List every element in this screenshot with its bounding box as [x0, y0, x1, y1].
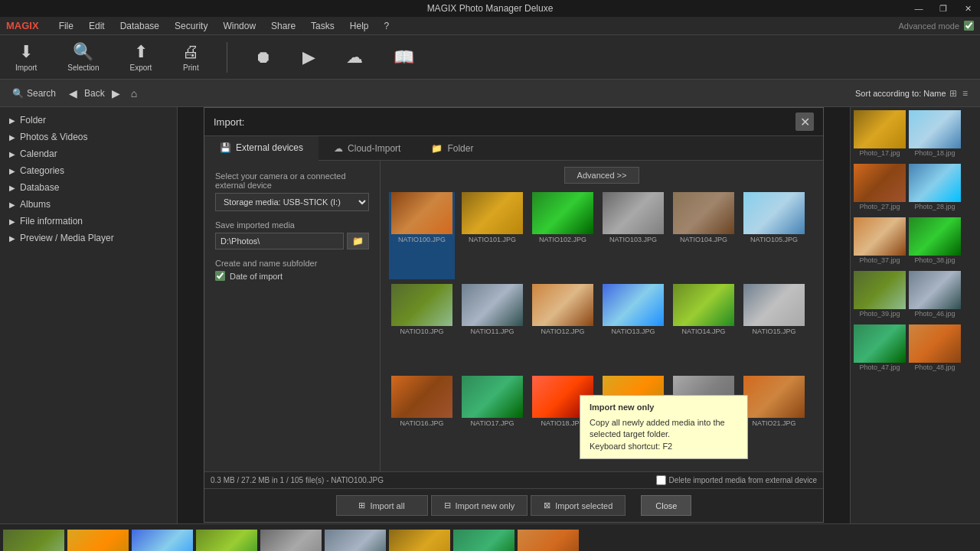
menu-database[interactable]: Database	[113, 19, 167, 33]
forward-button[interactable]: ▶	[108, 86, 124, 101]
grid-item[interactable]: NATIO100.JPG	[389, 192, 455, 279]
strip-item[interactable]: Photo_4.jpg	[67, 530, 129, 551]
right-panel-row: Photo_39.jpgPhoto_46.jpg	[851, 268, 980, 321]
selection-button[interactable]: 🔍 Selection	[61, 39, 105, 75]
strip-item[interactable]: Photo_43.jpg	[325, 530, 386, 551]
storage-media-select[interactable]: Storage media: USB-STICK (I:)	[215, 193, 369, 211]
import-button[interactable]: ⬇ Import	[9, 39, 43, 75]
sidebar-item-photos-videos[interactable]: ▶ Photos & Videos	[0, 129, 177, 145]
grid-item[interactable]: NATIO101.JPG	[459, 192, 525, 279]
sidebar-item-folder[interactable]: ▶ Folder	[0, 112, 177, 129]
home-button[interactable]: ⌂	[127, 86, 141, 101]
sidebar-folder-label: Folder	[20, 115, 46, 126]
grid-item[interactable]: NATIO105.JPG	[741, 192, 807, 279]
grid-item[interactable]: NATIO10.JPG	[389, 284, 455, 371]
list-view-button[interactable]: ≡	[962, 88, 968, 99]
menu-edit[interactable]: Edit	[81, 19, 113, 33]
right-panel-photo[interactable]: Photo_28.jpg	[909, 164, 961, 211]
menu-share[interactable]: Share	[263, 19, 303, 33]
save-path-input[interactable]	[215, 233, 344, 249]
browse-folder-button[interactable]: 📁	[347, 233, 369, 249]
grid-item[interactable]: NATIO15.JPG	[741, 284, 807, 371]
import-all-button[interactable]: ⊞ Import all	[336, 495, 428, 516]
secondary-toolbar: 🔍 Search ◀ Back ▶ ⌂ Sort according to: N…	[0, 80, 980, 107]
subfolder-label: Create and name subfolder	[215, 259, 369, 268]
sidebar-item-file-info[interactable]: ▶ File information	[0, 213, 177, 230]
search-button[interactable]: 🔍 Search	[6, 86, 62, 101]
dialog-tabs: 💾 External devices ☁ Cloud-Import 📁 Fold…	[204, 136, 823, 161]
preview-arrow-icon: ▶	[9, 234, 15, 243]
book-button[interactable]: 📖	[387, 44, 420, 70]
import-selected-button[interactable]: ⊠ Import selected	[531, 495, 626, 516]
play-icon: ▶	[302, 47, 315, 67]
right-panel-photo[interactable]: Photo_17.jpg	[854, 110, 906, 158]
advanced-mode-checkbox[interactable]	[964, 21, 974, 31]
menu-tasks[interactable]: Tasks	[303, 19, 342, 33]
app-title: MAGIX Photo Manager Deluxe	[427, 3, 554, 14]
back-button[interactable]: ◀	[65, 86, 81, 101]
record-icon: ⏺	[255, 47, 272, 67]
record-button[interactable]: ⏺	[249, 44, 278, 70]
close-window-button[interactable]: ✕	[956, 0, 980, 17]
right-panel-photo[interactable]: Photo_46.jpg	[909, 271, 961, 318]
cloud-import-icon: ☁	[334, 143, 343, 154]
sidebar-item-preview[interactable]: ▶ Preview / Media Player	[0, 230, 177, 246]
strip-item[interactable]: Photo_39.jpg	[3, 530, 64, 551]
dialog-close-button[interactable]: ✕	[795, 112, 814, 131]
right-panel-photo[interactable]: Photo_47.jpg	[854, 324, 906, 372]
titlebar: MAGIX Photo Manager Deluxe — ❐ ✕	[0, 0, 980, 17]
right-panel-photo[interactable]: Photo_38.jpg	[909, 217, 961, 265]
strip-item[interactable]: Photo_41.jpg	[196, 530, 257, 551]
export-button[interactable]: ⬆ Export	[123, 39, 158, 75]
right-panel-photo[interactable]: Photo_18.jpg	[909, 110, 961, 158]
right-panel-row: Photo_47.jpgPhoto_48.jpg	[851, 321, 980, 375]
grid-view-button[interactable]: ⊞	[949, 88, 957, 99]
grid-item[interactable]: NATIO103.JPG	[600, 192, 666, 279]
strip-item[interactable]: Photo_48.jpg	[518, 530, 579, 551]
advanced-button[interactable]: Advanced >>	[564, 167, 640, 184]
grid-item[interactable]: NATIO14.JPG	[671, 284, 737, 371]
import-new-only-button[interactable]: ⊟ Import new only	[431, 495, 528, 516]
play-button[interactable]: ▶	[296, 44, 322, 70]
grid-item[interactable]: NATIO16.JPG	[389, 376, 455, 463]
right-panel-photo[interactable]: Photo_37.jpg	[854, 217, 906, 265]
strip-item[interactable]: Photo_47.jpg	[453, 530, 514, 551]
dialog-title: Import:	[214, 116, 244, 128]
tab-external-devices[interactable]: 💾 External devices	[204, 136, 318, 161]
grid-item[interactable]: NATIO11.JPG	[459, 284, 525, 371]
grid-item[interactable]: NATIO104.JPG	[671, 192, 737, 279]
right-panel-photo[interactable]: Photo_27.jpg	[854, 164, 906, 211]
right-panel-photo[interactable]: Photo_48.jpg	[909, 324, 961, 372]
grid-item[interactable]: NATIO12.JPG	[530, 284, 596, 371]
sidebar-item-albums[interactable]: ▶ Albums	[0, 196, 177, 213]
strip-item[interactable]: Photo_42.jpg	[260, 530, 322, 551]
date-of-import-checkbox[interactable]	[215, 271, 225, 281]
close-dialog-button[interactable]: Close	[641, 495, 691, 516]
sidebar-item-database[interactable]: ▶ Database	[0, 179, 177, 196]
albums-arrow-icon: ▶	[9, 201, 15, 209]
selection-icon: 🔍	[73, 42, 93, 62]
menu-security[interactable]: Security	[167, 19, 215, 33]
right-panel-photo[interactable]: Photo_39.jpg	[854, 271, 906, 318]
grid-item[interactable]: NATIO13.JPG	[600, 284, 666, 371]
grid-item[interactable]: NATIO21.JPG	[741, 376, 807, 463]
strip-item[interactable]: Photo_46.jpg	[389, 530, 450, 551]
sidebar-item-calendar[interactable]: ▶ Calendar	[0, 145, 177, 162]
tab-cloud-import[interactable]: ☁ Cloud-Import	[318, 136, 416, 160]
grid-item[interactable]: NATIO102.JPG	[530, 192, 596, 279]
menu-window[interactable]: Window	[215, 19, 263, 33]
delete-media-checkbox[interactable]	[656, 475, 666, 485]
restore-button[interactable]: ❐	[931, 0, 956, 17]
menu-help[interactable]: Help	[342, 19, 377, 33]
tab-folder[interactable]: 📁 Folder	[416, 136, 488, 160]
strip-item[interactable]: Photo_40.jpg	[132, 530, 193, 551]
sidebar-item-categories[interactable]: ▶ Categories	[0, 162, 177, 179]
cloud-button[interactable]: ☁	[340, 44, 369, 70]
menu-file[interactable]: File	[51, 19, 81, 33]
sidebar-database-label: Database	[20, 182, 59, 193]
menu-question[interactable]: ?	[376, 19, 397, 33]
back-label[interactable]: Back	[84, 88, 105, 99]
print-button[interactable]: 🖨 Print	[176, 39, 205, 75]
grid-item[interactable]: NATIO17.JPG	[459, 376, 525, 463]
minimize-button[interactable]: —	[906, 0, 931, 17]
